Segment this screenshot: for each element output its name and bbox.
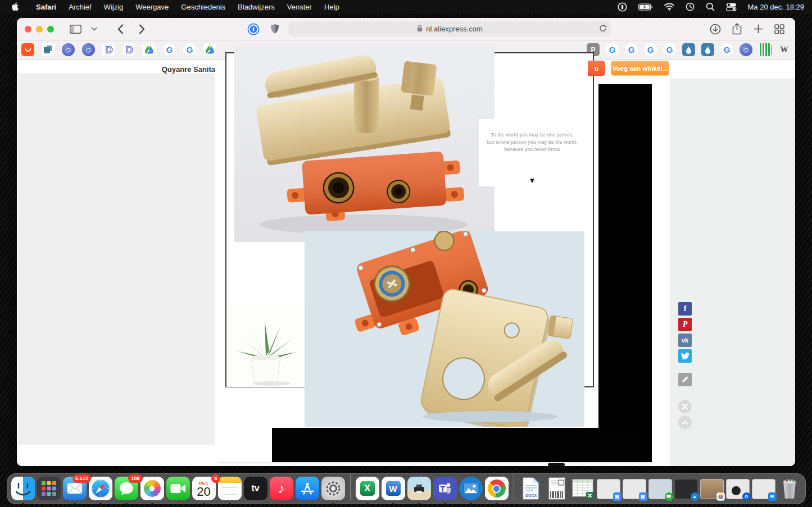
buy-now-button[interactable]: u: [588, 61, 605, 76]
dock-window-photo-dark[interactable]: ▲: [674, 477, 698, 499]
menu-wijzig[interactable]: Wijzig: [98, 3, 130, 11]
menu-weergave[interactable]: Weergave: [129, 3, 175, 11]
favicon-aliexpress[interactable]: [21, 43, 34, 56]
favicon-google-5[interactable]: G: [644, 43, 657, 56]
close-window-button[interactable]: [25, 26, 31, 33]
store-name[interactable]: Quyanre Sanita: [107, 65, 215, 74]
sidebar-icon[interactable]: [67, 22, 83, 36]
favicon-google-3[interactable]: G: [606, 43, 619, 56]
address-bar[interactable]: nl.aliexpress.com: [288, 21, 611, 36]
dock-launchpad[interactable]: [37, 477, 61, 500]
1password-menu-icon[interactable]: [618, 2, 627, 12]
favicon-green-barcode[interactable]: [759, 43, 772, 56]
add-to-cart-button[interactable]: Voeg aan winkel...: [611, 61, 669, 76]
messages-badge: 108: [128, 474, 142, 483]
dock-photo-printer[interactable]: [407, 477, 431, 500]
dock: 6.513 108 DEC206 tv ♪ X W DOCX ▤ ▤ 💬 ▲ O…: [7, 473, 806, 504]
favicon-google-drive-2[interactable]: [203, 43, 216, 56]
wifi-icon[interactable]: [664, 3, 674, 11]
close-share-button[interactable]: [678, 400, 692, 413]
favicon-google-6[interactable]: G: [663, 43, 676, 56]
tv-label: tv: [251, 483, 259, 494]
dock-music[interactable]: ♪: [270, 477, 293, 500]
favicon-wordpress[interactable]: W: [778, 43, 791, 56]
twitter-share-button[interactable]: [678, 349, 692, 363]
scroll-top-button[interactable]: [678, 415, 692, 429]
apple-menu-icon[interactable]: [11, 2, 20, 12]
favicon-d-outline-1[interactable]: [102, 43, 115, 56]
dock-word[interactable]: W: [382, 477, 405, 500]
spotlight-icon[interactable]: [706, 2, 715, 11]
dock-excel[interactable]: X: [356, 477, 379, 500]
dock-messages[interactable]: 108: [115, 477, 138, 500]
dock-document-docx[interactable]: DOCX: [519, 477, 543, 500]
safari-window: nl.aliexpress.com G G P G G G G: [17, 18, 795, 466]
horizontal-scrollbar[interactable]: [219, 462, 652, 466]
quote-line-2: but to one person you may be the world.: [479, 139, 586, 146]
menu-help[interactable]: Help: [318, 3, 346, 11]
dock-safari[interactable]: [89, 477, 112, 500]
favicon-water-drop-2[interactable]: [701, 43, 714, 56]
dock-window-preview-2[interactable]: ▤: [623, 477, 646, 499]
dock-calendar[interactable]: DEC206: [192, 477, 216, 500]
share-icon[interactable]: [729, 22, 745, 36]
edit-share-button[interactable]: [678, 373, 692, 386]
dock-window-mail[interactable]: ✉: [752, 477, 775, 499]
favicon-windows-squares[interactable]: [42, 43, 55, 56]
dock-chrome[interactable]: [485, 477, 509, 500]
menu-geschiedenis[interactable]: Geschiedenis: [175, 3, 232, 11]
favicon-blue-circle-2[interactable]: [82, 43, 95, 56]
dock-document-shipping-label[interactable]: [545, 477, 569, 500]
dock-window-photos[interactable]: [700, 477, 724, 499]
menu-archief[interactable]: Archief: [62, 3, 97, 11]
dock-notes[interactable]: [218, 477, 242, 500]
favicon-blue-circle-3[interactable]: [740, 43, 752, 56]
dock-window-messages[interactable]: 💬: [648, 477, 672, 499]
favicon-google-7[interactable]: G: [720, 43, 733, 56]
tab-overview-icon[interactable]: [772, 22, 787, 36]
favicon-google-4[interactable]: G: [625, 43, 638, 56]
favicon-google-2[interactable]: G: [183, 43, 196, 56]
favicon-blue-circle-1[interactable]: [62, 43, 75, 56]
vk-share-button[interactable]: vk: [678, 334, 692, 347]
favicon-d-outline-2[interactable]: [123, 43, 135, 56]
new-tab-icon[interactable]: [750, 22, 766, 36]
menu-safari[interactable]: Safari: [30, 3, 62, 11]
back-icon[interactable]: [112, 22, 128, 36]
dock-teams[interactable]: [433, 477, 457, 500]
favicon-google-1[interactable]: G: [163, 43, 176, 56]
dock-photo-viewer[interactable]: [459, 477, 483, 500]
zoom-window-button[interactable]: [47, 26, 54, 33]
dock-window-outlook[interactable]: O: [726, 477, 750, 499]
dock-window-preview-1[interactable]: ▤: [597, 477, 620, 499]
reload-icon[interactable]: [599, 24, 607, 34]
forward-icon[interactable]: [134, 22, 149, 36]
download-icon[interactable]: [707, 22, 723, 36]
facebook-share-button[interactable]: f: [678, 302, 692, 316]
favicon-google-drive[interactable]: [143, 43, 156, 56]
dock-facetime[interactable]: [166, 477, 190, 500]
dock-apple-tv[interactable]: tv: [244, 477, 267, 500]
pinterest-share-button[interactable]: P: [678, 318, 692, 331]
favicon-water-drop-1[interactable]: [682, 43, 695, 56]
shield-extension-icon[interactable]: [267, 22, 283, 36]
1password-extension-icon[interactable]: [246, 22, 261, 36]
minimize-window-button[interactable]: [36, 26, 43, 33]
chevron-down-icon[interactable]: [89, 22, 99, 36]
time-machine-icon[interactable]: [686, 2, 695, 11]
control-center-icon[interactable]: [726, 3, 737, 11]
menu-bladwijzers[interactable]: Bladwijzers: [232, 3, 281, 11]
battery-charging-icon[interactable]: [638, 3, 653, 11]
dock-mail[interactable]: 6.513: [63, 477, 87, 500]
dock-finder[interactable]: [11, 477, 35, 500]
dock-app-store[interactable]: [296, 477, 319, 500]
scrollbar-thumb[interactable]: [548, 463, 565, 466]
menu-clock[interactable]: Ma 20 dec. 18:29: [748, 3, 804, 11]
dock-document-spreadsheet[interactable]: [571, 477, 595, 500]
dock-system-preferences[interactable]: [321, 477, 345, 500]
mail-badge: 6.513: [72, 474, 91, 483]
menu-venster[interactable]: Venster: [281, 3, 318, 11]
browser-toolbar: nl.aliexpress.com: [17, 18, 795, 40]
dock-photos[interactable]: [140, 477, 164, 500]
dock-trash[interactable]: [778, 477, 801, 500]
